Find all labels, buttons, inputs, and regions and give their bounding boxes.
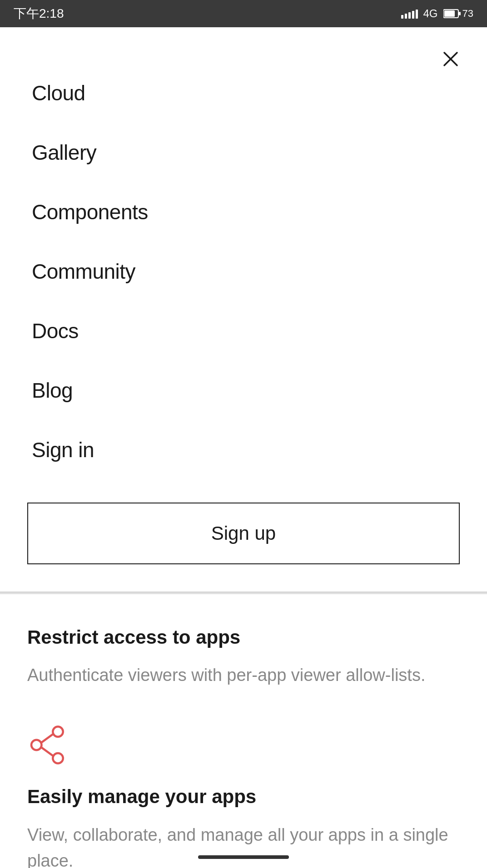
share-icon xyxy=(27,725,460,767)
status-bar: 下午2:18 4G 73 xyxy=(0,0,487,27)
signup-button[interactable]: Sign up xyxy=(27,503,460,564)
svg-point-6 xyxy=(31,740,42,750)
nav-item-docs[interactable]: Docs xyxy=(0,301,487,361)
svg-line-8 xyxy=(42,735,53,743)
nav-menu: Cloud Gallery Components Community Docs … xyxy=(0,27,487,480)
battery-level: 73 xyxy=(462,8,473,20)
battery-icon: 73 xyxy=(443,8,473,20)
nav-item-community[interactable]: Community xyxy=(0,242,487,301)
nav-item-cloud[interactable]: Cloud xyxy=(0,64,487,123)
close-button[interactable] xyxy=(437,45,464,73)
feature-manage-title: Easily manage your apps xyxy=(27,785,460,808)
status-icons: 4G 73 xyxy=(401,7,474,20)
svg-rect-1 xyxy=(444,10,455,17)
feature-manage-description: View, collaborate, and manage all your a… xyxy=(27,822,460,868)
network-type: 4G xyxy=(423,7,438,20)
feature-restrict-title: Restrict access to apps xyxy=(27,626,460,649)
content-section: Restrict access to apps Authenticate vie… xyxy=(0,594,487,868)
svg-rect-2 xyxy=(459,12,461,15)
menu-overlay: Cloud Gallery Components Community Docs … xyxy=(0,27,487,592)
feature-manage-apps: Easily manage your apps View, collaborat… xyxy=(27,725,460,868)
signup-container: Sign up xyxy=(0,480,487,592)
svg-line-9 xyxy=(42,748,53,756)
svg-point-7 xyxy=(53,753,63,764)
scroll-indicator xyxy=(198,855,289,859)
svg-point-5 xyxy=(53,727,63,737)
signal-icon xyxy=(401,9,418,19)
feature-restrict-access: Restrict access to apps Authenticate vie… xyxy=(27,626,460,688)
nav-item-gallery[interactable]: Gallery xyxy=(0,123,487,182)
nav-item-signin[interactable]: Sign in xyxy=(0,420,487,480)
nav-item-components[interactable]: Components xyxy=(0,182,487,242)
feature-restrict-description: Authenticate viewers with per-app viewer… xyxy=(27,662,460,688)
status-time: 下午2:18 xyxy=(14,5,64,22)
nav-item-blog[interactable]: Blog xyxy=(0,361,487,420)
